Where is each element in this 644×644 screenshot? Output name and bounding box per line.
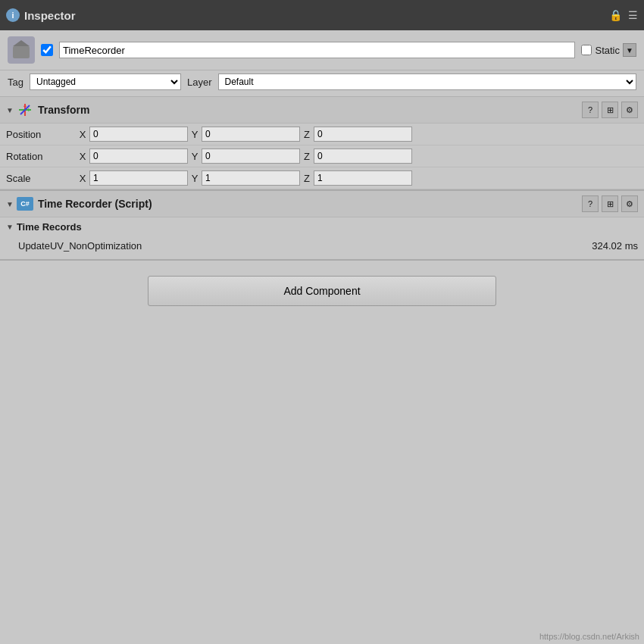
transform-title: Transform (38, 104, 582, 116)
rotation-x-label: X (77, 151, 88, 162)
title-bar-right: 🔒 ☰ (609, 9, 638, 21)
position-x-input[interactable] (89, 127, 188, 142)
tag-select[interactable]: Untagged (30, 73, 181, 90)
position-y-label: Y (189, 129, 200, 140)
svg-rect-0 (13, 46, 30, 58)
transform-help-btn[interactable]: ? (582, 102, 599, 118)
transform-section-header: ▼ Transform ? ⊞ ⚙ (0, 97, 644, 123)
scale-row: Scale X Y Z (0, 167, 644, 189)
scale-x-input[interactable] (89, 170, 188, 186)
gameobject-name-input[interactable] (59, 42, 575, 58)
script-section: ▼ C# Time Recorder (Script) ? ⊞ ⚙ ▼ Time… (0, 191, 644, 261)
static-checkbox[interactable] (581, 45, 592, 55)
scale-z-input[interactable] (314, 170, 412, 186)
svg-marker-5 (23, 104, 27, 107)
gameobject-icon (8, 36, 35, 64)
tag-label: Tag (8, 77, 23, 88)
script-section-header: ▼ C# Time Recorder (Script) ? ⊞ ⚙ (0, 191, 644, 217)
add-component-button[interactable]: Add Component (148, 276, 496, 306)
layer-select[interactable]: Default (218, 73, 637, 90)
time-record-name: UpdateUV_NonOptimization (18, 240, 592, 252)
position-row: Position X Y Z (0, 123, 644, 145)
position-x-label: X (77, 129, 88, 140)
transform-collapse-arrow[interactable]: ▼ (6, 106, 14, 114)
rotation-y-input[interactable] (202, 148, 300, 164)
transform-section: ▼ Transform ? ⊞ ⚙ Position X Y Z (0, 97, 644, 191)
title-bar-left: i Inspector (6, 8, 76, 22)
time-record-row: UpdateUV_NonOptimization 324.02 ms (0, 236, 644, 259)
position-z-input[interactable] (314, 127, 412, 142)
position-z-label: Z (302, 129, 312, 140)
time-records-header: ▼ Time Records (0, 217, 644, 236)
time-record-value: 324.02 ms (592, 240, 638, 252)
add-component-area: Add Component (0, 261, 644, 321)
rotation-row: Rotation X Y Z (0, 145, 644, 167)
footer-url: https://blog.csdn.net/Arkish (539, 632, 639, 641)
transform-settings-btn[interactable]: ⊞ (602, 102, 618, 118)
rotation-y-label: Y (189, 151, 200, 162)
layer-label: Layer (187, 77, 212, 88)
position-axis-group: X Y Z (77, 127, 638, 142)
gameobject-active-checkbox[interactable] (41, 44, 53, 56)
gameobject-header: Static ▼ (0, 30, 644, 70)
position-label: Position (6, 129, 74, 140)
svg-marker-1 (13, 40, 30, 46)
script-collapse-arrow[interactable]: ▼ (6, 200, 14, 208)
scale-y-label: Y (189, 173, 200, 184)
transform-icon (17, 102, 33, 118)
position-y-input[interactable] (202, 127, 300, 142)
static-container: Static ▼ (581, 43, 636, 57)
menu-icon[interactable]: ☰ (628, 9, 638, 21)
csharp-icon: C# (17, 197, 33, 211)
script-actions: ? ⊞ ⚙ (582, 195, 638, 212)
time-records-label: Time Records (17, 221, 82, 233)
static-dropdown-arrow[interactable]: ▼ (623, 43, 636, 57)
rotation-z-input[interactable] (314, 148, 412, 164)
rotation-x-input[interactable] (89, 148, 188, 164)
script-settings-btn[interactable]: ⊞ (602, 195, 618, 212)
rotation-z-label: Z (302, 151, 312, 162)
lock-icon[interactable]: 🔒 (609, 9, 622, 21)
static-label: Static (595, 45, 620, 56)
script-title: Time Recorder (Script) (38, 198, 582, 210)
script-help-btn[interactable]: ? (582, 195, 599, 212)
svg-marker-6 (28, 108, 31, 111)
inspector-title: Inspector (24, 9, 76, 22)
time-records-arrow[interactable]: ▼ (6, 223, 14, 231)
scale-y-input[interactable] (202, 170, 300, 186)
scale-axis-group: X Y Z (77, 170, 638, 186)
rotation-axis-group: X Y Z (77, 148, 638, 164)
info-icon: i (6, 8, 20, 22)
transform-actions: ? ⊞ ⚙ (582, 102, 638, 118)
transform-gear-btn[interactable]: ⚙ (621, 102, 638, 118)
title-bar: i Inspector 🔒 ☰ (0, 0, 644, 30)
scale-x-label: X (77, 173, 88, 184)
rotation-label: Rotation (6, 151, 74, 162)
scale-label: Scale (6, 173, 74, 184)
script-gear-btn[interactable]: ⚙ (621, 195, 638, 212)
scale-z-label: Z (302, 173, 312, 184)
tag-layer-row: Tag Untagged Layer Default (0, 70, 644, 97)
